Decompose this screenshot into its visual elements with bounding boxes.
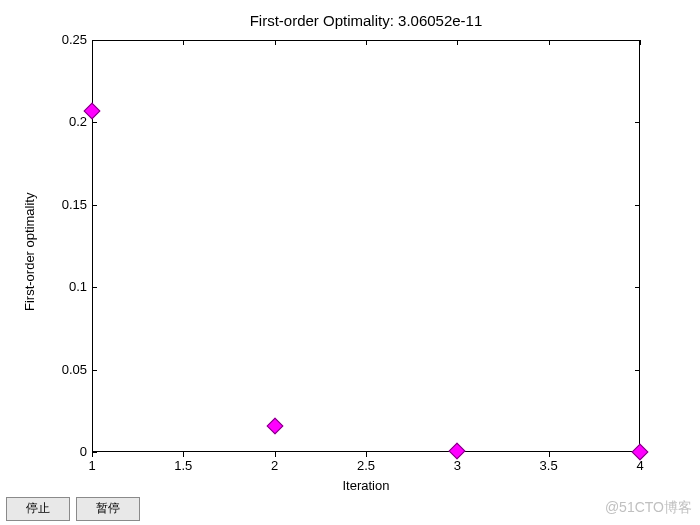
x-tick-label: 1.5 [168,458,198,473]
y-tick [635,370,640,371]
y-tick-label: 0.2 [47,114,87,129]
x-tick [549,40,550,45]
x-tick [275,452,276,457]
y-tick-label: 0 [47,444,87,459]
y-tick [92,122,97,123]
x-tick [183,452,184,457]
y-axis-label: First-order optimality [22,193,37,311]
x-tick-label: 3.5 [534,458,564,473]
x-tick [366,452,367,457]
y-tick [92,370,97,371]
pause-button[interactable]: 暂停 [76,497,140,521]
x-tick-label: 1 [77,458,107,473]
chart-title: First-order Optimality: 3.06052e-11 [92,12,640,29]
y-tick [92,287,97,288]
y-tick [635,122,640,123]
y-tick-label: 0.1 [47,279,87,294]
x-tick [640,40,641,45]
y-tick [635,287,640,288]
x-tick-label: 2 [260,458,290,473]
watermark: @51CTO博客 [605,499,692,517]
x-tick [275,40,276,45]
x-axis-label: Iteration [92,478,640,493]
x-tick [183,40,184,45]
plot-area [92,40,640,452]
y-tick [92,40,97,41]
x-tick [549,452,550,457]
y-tick [635,40,640,41]
y-tick [92,452,97,453]
y-tick-label: 0.15 [47,197,87,212]
x-tick-label: 3 [442,458,472,473]
y-tick [635,205,640,206]
x-tick [366,40,367,45]
stop-button[interactable]: 停止 [6,497,70,521]
x-tick [457,40,458,45]
x-tick-label: 2.5 [351,458,381,473]
y-tick-label: 0.05 [47,362,87,377]
y-tick-label: 0.25 [47,32,87,47]
y-tick [92,205,97,206]
